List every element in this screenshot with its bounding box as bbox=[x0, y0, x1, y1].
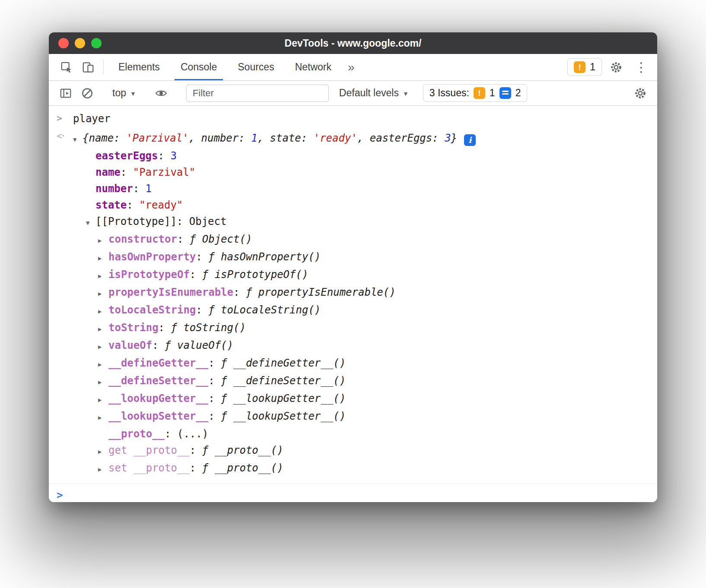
colon: : bbox=[127, 197, 139, 213]
tab-console[interactable]: Console bbox=[170, 54, 227, 80]
tab-network[interactable]: Network bbox=[285, 54, 342, 80]
filter-input[interactable] bbox=[186, 85, 329, 102]
disclosure-triangle-icon[interactable]: ▶ bbox=[98, 338, 108, 355]
issues-info-count: 2 bbox=[515, 87, 521, 99]
tab-sources[interactable]: Sources bbox=[227, 54, 284, 80]
disclosure-triangle-icon[interactable]: ▶ bbox=[98, 374, 108, 390]
object-preview-row[interactable]: ▼ {name: 'Parzival', number: 1, state: '… bbox=[73, 130, 657, 148]
message-bubble-icon bbox=[499, 87, 511, 99]
property-name: toLocaleString bbox=[108, 302, 196, 318]
prototype-method-row[interactable]: ▶toLocaleString: ƒ toLocaleString() bbox=[73, 302, 657, 319]
zoom-button[interactable] bbox=[91, 38, 102, 48]
devtools-tabbar: Elements Console Sources Network » ! 1 ⋮ bbox=[49, 54, 657, 81]
chevron-down-icon: ▼ bbox=[130, 90, 136, 97]
property-name: isPrototypeOf bbox=[108, 266, 190, 283]
inspect-element-button[interactable] bbox=[56, 57, 77, 78]
log-levels-dropdown[interactable]: Default levels ▼ bbox=[334, 87, 414, 99]
own-property-row[interactable]: number: 1 bbox=[73, 180, 657, 197]
window-titlebar: DevTools - www.google.com/ bbox=[49, 32, 657, 54]
chevron-down-icon: ▼ bbox=[403, 90, 409, 97]
property-value: 1 bbox=[146, 180, 152, 197]
preview-token: , bbox=[357, 132, 370, 144]
prototype-method-row[interactable]: ▶__defineSetter__: ƒ __defineSetter__() bbox=[73, 373, 657, 390]
disclosure-triangle-icon[interactable]: ▶ bbox=[98, 303, 108, 319]
function-value: ƒ __lookupSetter__() bbox=[221, 408, 346, 424]
disclosure-triangle-icon[interactable]: ▶ bbox=[98, 409, 108, 426]
disclosure-triangle-icon[interactable]: ▶ bbox=[98, 356, 108, 373]
issues-label: 3 Issues: bbox=[429, 87, 469, 99]
colon: : bbox=[159, 319, 171, 336]
preview-token: : bbox=[432, 132, 445, 144]
own-property-row[interactable]: name: "Parzival" bbox=[73, 164, 657, 180]
property-name: propertyIsEnumerable bbox=[108, 284, 233, 300]
clear-console-icon bbox=[81, 87, 94, 100]
function-value: ƒ propertyIsEnumerable() bbox=[246, 284, 396, 300]
disclosure-triangle-icon[interactable]: ▼ bbox=[73, 131, 83, 148]
function-value: ƒ toString() bbox=[171, 319, 246, 336]
clear-console-button[interactable] bbox=[76, 83, 98, 104]
device-toolbar-icon bbox=[82, 61, 95, 74]
close-button[interactable] bbox=[58, 38, 69, 48]
device-toolbar-button[interactable] bbox=[77, 57, 99, 78]
three-dots-icon: ⋮ bbox=[635, 61, 648, 74]
minimize-button[interactable] bbox=[75, 38, 85, 48]
inspect-cursor-icon bbox=[60, 61, 73, 74]
command-text: player bbox=[73, 113, 111, 125]
error-count: 1 bbox=[590, 61, 595, 73]
error-count-button[interactable]: ! 1 bbox=[567, 58, 602, 76]
disclosure-triangle-icon[interactable]: ▶ bbox=[98, 285, 108, 302]
disclosure-triangle-icon[interactable]: ▶ bbox=[98, 461, 108, 477]
colon: : bbox=[208, 408, 221, 424]
levels-label: Default levels bbox=[339, 87, 399, 99]
console-sidebar-button[interactable] bbox=[55, 83, 76, 104]
live-expression-button[interactable] bbox=[150, 83, 172, 104]
disclosure-triangle-icon[interactable]: ▶ bbox=[98, 250, 108, 266]
disclosure-triangle-icon[interactable]: ▶ bbox=[98, 232, 108, 249]
disclosure-triangle-icon[interactable]: ▶ bbox=[98, 268, 108, 284]
prototype-method-row[interactable]: ▶toString: ƒ toString() bbox=[73, 319, 657, 337]
property-name: set __proto__ bbox=[108, 460, 190, 476]
javascript-context-dropdown[interactable]: top ▼ bbox=[107, 87, 141, 99]
issues-button[interactable]: 3 Issues: ! 1 2 bbox=[423, 84, 528, 102]
disclosure-triangle-icon[interactable]: ▼ bbox=[86, 215, 95, 231]
tab-label: Elements bbox=[118, 61, 160, 73]
preview-token: state bbox=[270, 132, 301, 144]
prototype-method-row[interactable]: ▶constructor: ƒ Object() bbox=[73, 231, 657, 249]
proto-accessor-row[interactable]: __proto__ : (...) bbox=[73, 426, 657, 442]
prototype-method-row[interactable]: ▶__lookupSetter__: ƒ __lookupSetter__() bbox=[73, 408, 657, 426]
prototype-method-row[interactable]: ▶isPrototypeOf: ƒ isPrototypeOf() bbox=[73, 266, 657, 284]
disclosure-triangle-icon[interactable]: ▶ bbox=[98, 392, 108, 408]
prototype-method-row[interactable]: ▶__defineGetter__: ƒ __defineGetter__() bbox=[73, 355, 657, 373]
preview-token: 'ready' bbox=[314, 132, 357, 144]
preview-token: 1 bbox=[251, 132, 257, 144]
preview-token: number bbox=[201, 132, 239, 144]
prototype-method-row[interactable]: ▶propertyIsEnumerable: ƒ propertyIsEnume… bbox=[73, 284, 657, 302]
settings-button[interactable] bbox=[605, 57, 627, 78]
accessor-row[interactable]: ▶set __proto__: ƒ __proto__() bbox=[73, 460, 657, 477]
own-property-row[interactable]: state: "ready" bbox=[73, 197, 657, 213]
function-value: ƒ __proto__() bbox=[202, 460, 283, 476]
prototype-method-row[interactable]: ▶__lookupGetter__: ƒ __lookupGetter__() bbox=[73, 390, 657, 408]
more-tabs-icon[interactable]: » bbox=[342, 54, 361, 80]
console-result-row: <· ▼ {name: 'Parzival', number: 1, state… bbox=[49, 130, 657, 477]
own-property-row[interactable]: easterEggs: 3 bbox=[73, 148, 657, 164]
prototype-row[interactable]: ▼ [[Prototype]] : Object bbox=[73, 213, 657, 231]
console-prompt[interactable]: > bbox=[49, 484, 657, 501]
overflow-menu-button[interactable]: ⋮ bbox=[630, 57, 652, 78]
property-name: state bbox=[95, 197, 127, 213]
disclosure-triangle-icon[interactable]: ▶ bbox=[98, 321, 108, 337]
colon: : bbox=[196, 302, 208, 318]
accessor-row[interactable]: ▶get __proto__: ƒ __proto__() bbox=[73, 442, 657, 460]
prototype-method-row[interactable]: ▶valueOf: ƒ valueOf() bbox=[73, 337, 657, 355]
issues-error-count: 1 bbox=[490, 87, 495, 99]
eye-icon bbox=[155, 87, 168, 100]
console-settings-button[interactable] bbox=[630, 83, 651, 104]
preview-token: name bbox=[89, 132, 114, 144]
disclosure-triangle-icon[interactable]: ▶ bbox=[98, 443, 108, 460]
prototype-method-row[interactable]: ▶hasOwnProperty: ƒ hasOwnProperty() bbox=[73, 249, 657, 266]
property-name: hasOwnProperty bbox=[108, 249, 196, 265]
console-output: > player <· ▼ {name: 'Parzival', number:… bbox=[49, 106, 657, 502]
property-name: valueOf bbox=[108, 337, 152, 354]
info-icon[interactable]: i bbox=[464, 134, 476, 146]
tab-elements[interactable]: Elements bbox=[108, 54, 170, 80]
